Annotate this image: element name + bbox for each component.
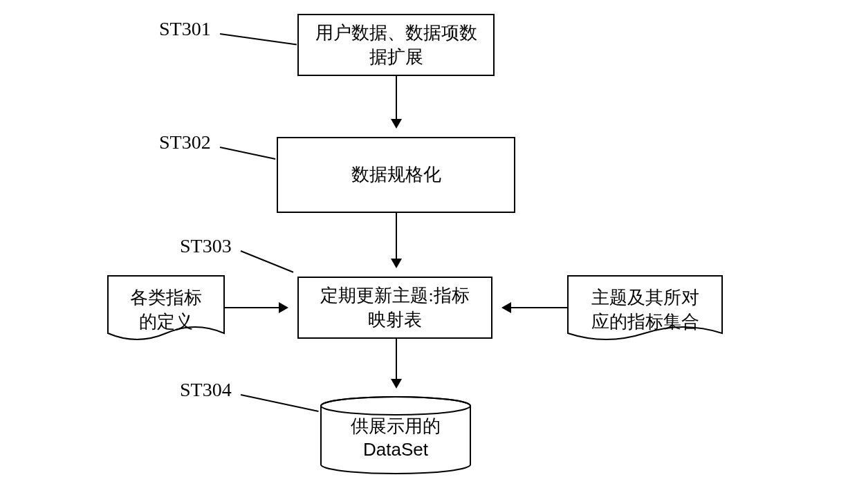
document-indicator-definitions: 各类指标 的定义 (107, 275, 225, 344)
arrow-rightdoc-to-box3 (503, 307, 567, 308)
label-st303: ST303 (180, 235, 232, 257)
cylinder-line1: 供展示用的 (351, 416, 441, 436)
arrow-leftdoc-to-box3 (225, 307, 287, 308)
leader-line-st301 (220, 33, 297, 46)
doc-left-line2: 的定义 (139, 312, 193, 332)
arrow-2-to-3 (396, 213, 397, 267)
svg-point-0 (321, 397, 470, 415)
doc-right-line2: 应的指标集合 (591, 312, 699, 332)
box1-line2: 据扩展 (369, 47, 423, 67)
leader-line-st302 (220, 147, 276, 160)
leader-line-st304 (241, 394, 319, 412)
arrow-3-to-cylinder (396, 339, 397, 387)
leader-line-st303 (241, 250, 294, 273)
label-st304: ST304 (180, 379, 232, 401)
svg-point-1 (321, 397, 470, 415)
box3-line1: 定期更新主题:指标 (320, 286, 469, 306)
document-theme-indicator-set: 主题及其所对 应的指标集合 (567, 275, 723, 344)
box2-text: 数据规格化 (351, 162, 441, 187)
box3-line2: 映射表 (368, 310, 422, 330)
cylinder-line2: DataSet (363, 439, 428, 460)
label-st302: ST302 (159, 131, 211, 153)
process-box-normalize: 数据规格化 (277, 137, 515, 213)
datastore-dataset: 供展示用的 DataSet (320, 395, 472, 475)
process-box-update-mapping: 定期更新主题:指标 映射表 (297, 277, 492, 339)
doc-left-line1: 各类指标 (130, 288, 202, 308)
doc-right-line1: 主题及其所对 (591, 288, 699, 308)
label-st301: ST301 (159, 18, 211, 40)
arrow-1-to-2 (396, 76, 397, 127)
process-box-data-extend: 用户数据、数据项数 据扩展 (297, 14, 495, 76)
box1-line1: 用户数据、数据项数 (315, 23, 477, 43)
